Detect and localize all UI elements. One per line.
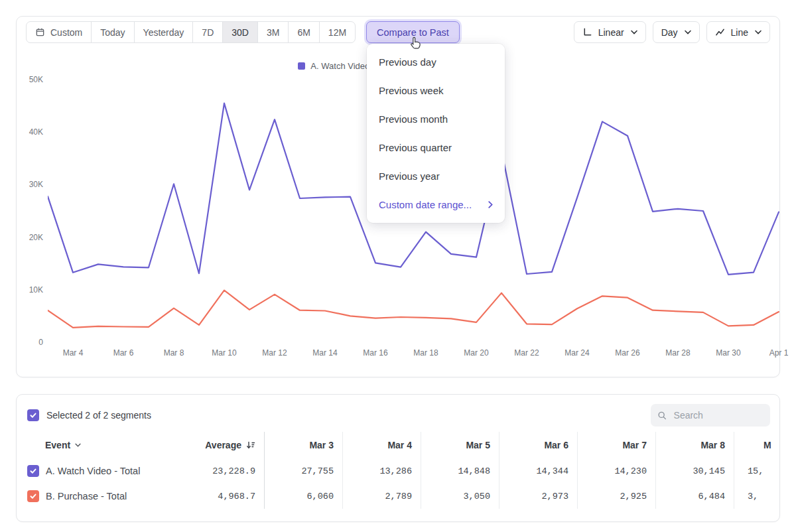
search-icon — [657, 410, 667, 421]
value-cell: 2,925 — [578, 484, 656, 509]
x-axis-tick: Mar 30 — [705, 348, 752, 358]
interval-dropdown-button[interactable]: Day — [653, 21, 700, 43]
average-cell: 4,968.7 — [178, 484, 265, 509]
y-axis-tick: 0 — [19, 338, 43, 347]
y-axis-tick: 10K — [19, 285, 43, 295]
column-header-date: Mar 4 — [343, 432, 421, 458]
x-axis-tick: Mar 24 — [554, 348, 600, 358]
preset-30d[interactable]: 30D — [222, 22, 257, 42]
column-header-date: Mar 3 — [265, 432, 343, 458]
chart-card: Custom TodayYesterday7D30D3M6M12M Compar… — [16, 16, 780, 377]
interval-label: Day — [661, 27, 678, 38]
compare-to-past-label: Compare to Past — [377, 27, 449, 38]
value-cell: 2,789 — [343, 484, 421, 509]
check-icon — [29, 411, 37, 419]
select-all-checkbox[interactable] — [27, 409, 39, 421]
value-cell: 3, — [734, 484, 780, 509]
value-cell: 6,060 — [265, 484, 343, 509]
preset-yesterday[interactable]: Yesterday — [134, 22, 193, 42]
preset-today[interactable]: Today — [91, 22, 133, 42]
value-cell: 13,286 — [343, 458, 421, 484]
x-axis-tick: Mar 8 — [151, 348, 197, 358]
event-column-header[interactable]: Event — [17, 440, 178, 450]
legend-swatch-icon — [298, 62, 305, 70]
table-topbar: Selected 2 of 2 segments — [17, 395, 779, 432]
x-axis-tick: Apr 1 — [756, 348, 796, 358]
x-axis-tick: Mar 10 — [201, 348, 247, 358]
chevron-down-icon — [685, 30, 691, 34]
x-axis-tick: Mar 22 — [503, 348, 550, 358]
chart-type-dropdown-button[interactable]: Line — [706, 21, 770, 43]
column-header-date: Mar 6 — [499, 432, 578, 458]
line-chart-icon — [715, 27, 725, 37]
average-column-header[interactable]: Average — [178, 432, 265, 458]
column-header-date: Mar 7 — [578, 432, 656, 458]
value-cell: 2,973 — [499, 484, 578, 509]
custom-date-button[interactable]: Custom — [27, 22, 91, 42]
custom-date-range-label: Custom date range... — [379, 199, 472, 210]
value-cell: 3,050 — [421, 484, 499, 509]
x-axis-tick: Mar 16 — [352, 348, 399, 358]
selected-count-text: Selected 2 of 2 segments — [46, 410, 151, 421]
y-axis-tick: 30K — [19, 180, 43, 189]
menu-item-previous-year[interactable]: Previous year — [367, 162, 505, 190]
menu-item-previous-day[interactable]: Previous day — [367, 48, 505, 76]
y-axis-tick: 20K — [19, 233, 43, 242]
menu-item-previous-month[interactable]: Previous month — [367, 105, 505, 133]
average-header-label: Average — [205, 440, 241, 450]
x-axis-tick: Mar 20 — [453, 348, 499, 358]
value-cell: 27,755 — [265, 458, 343, 484]
scale-dropdown-button[interactable]: Linear — [574, 21, 646, 43]
chart-toolbar: Custom TodayYesterday7D30D3M6M12M Compar… — [17, 17, 779, 43]
value-cell: 14,230 — [578, 458, 656, 484]
sort-descending-icon — [246, 440, 255, 450]
preset-6m[interactable]: 6M — [288, 22, 318, 42]
preset-12m[interactable]: 12M — [319, 22, 355, 42]
chevron-right-icon — [488, 201, 493, 208]
y-axis-tick: 50K — [19, 75, 43, 84]
x-axis-tick: Mar 14 — [302, 348, 348, 358]
table-row: A. Watch Video - Total23,228.927,75513,2… — [17, 458, 779, 484]
menu-item-custom-date-range[interactable]: Custom date range... — [367, 190, 505, 219]
x-axis-tick: Mar 4 — [50, 348, 96, 358]
compare-to-past-button[interactable]: Compare to Past — [366, 21, 460, 43]
menu-item-previous-week[interactable]: Previous week — [367, 76, 505, 105]
event-header-label: Event — [45, 440, 70, 450]
value-cell: 30,145 — [656, 458, 734, 484]
scale-label: Linear — [598, 27, 624, 38]
compare-menu: Previous dayPrevious weekPrevious monthP… — [367, 44, 505, 223]
row-checkbox[interactable] — [27, 465, 39, 477]
table-row: B. Purchase - Total4,968.76,0602,7893,05… — [17, 484, 779, 509]
x-axis-tick: Mar 28 — [655, 348, 701, 358]
value-cell: 14,848 — [421, 458, 499, 484]
segments-table-card: Selected 2 of 2 segments Event Average M… — [16, 394, 780, 522]
search-input[interactable] — [673, 409, 763, 421]
search-box — [651, 404, 770, 427]
axis-icon — [582, 27, 592, 37]
row-checkbox[interactable] — [27, 490, 39, 502]
preset-7d[interactable]: 7D — [192, 22, 222, 42]
row-label: A. Watch Video - Total — [46, 466, 140, 476]
value-cell: 6,484 — [656, 484, 734, 509]
x-axis-tick: Mar 26 — [604, 348, 651, 358]
row-label: B. Purchase - Total — [46, 491, 127, 501]
column-header-date: Mar 5 — [421, 432, 499, 458]
chart-display-controls: Linear Day Line — [574, 21, 770, 43]
x-axis-tick: Mar 18 — [403, 348, 449, 358]
series-line — [48, 291, 779, 328]
average-cell: 23,228.9 — [178, 458, 265, 484]
menu-item-previous-quarter[interactable]: Previous quarter — [367, 133, 505, 162]
chevron-down-icon — [631, 30, 637, 34]
value-cell: 14,344 — [499, 458, 578, 484]
chevron-down-icon — [75, 443, 81, 447]
chart-type-label: Line — [731, 27, 748, 38]
check-icon — [29, 492, 37, 500]
preset-3m[interactable]: 3M — [257, 22, 288, 42]
column-header-date: M — [734, 432, 780, 458]
event-cell: A. Watch Video - Total — [17, 465, 178, 477]
y-axis-tick: 40K — [19, 127, 43, 137]
x-axis-tick: Mar 6 — [100, 348, 147, 358]
date-preset-group: Custom TodayYesterday7D30D3M6M12M — [26, 21, 356, 43]
check-icon — [29, 467, 37, 475]
column-header-date: Mar 8 — [656, 432, 734, 458]
